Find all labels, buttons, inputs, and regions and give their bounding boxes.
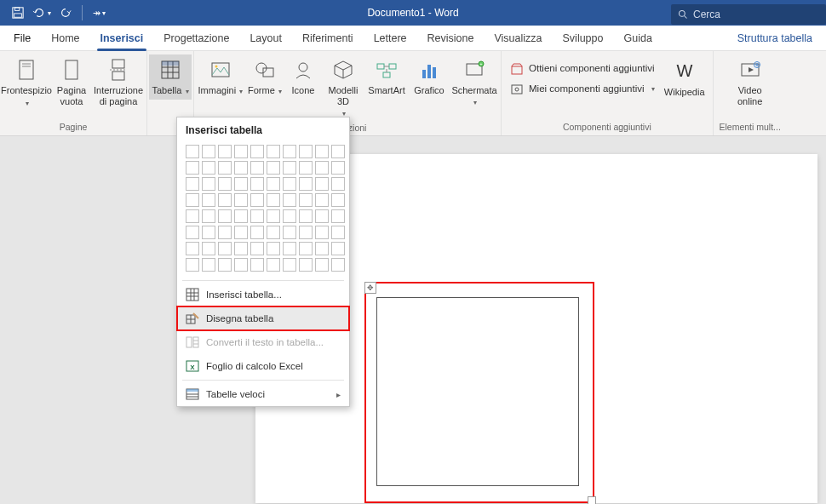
grid-cell[interactable]	[267, 161, 280, 175]
screenshot-button[interactable]: + Schermata ▾	[450, 54, 499, 110]
grid-cell[interactable]	[299, 161, 313, 175]
excel-spreadsheet-item[interactable]: X Foglio di calcolo Excel	[177, 354, 349, 378]
grid-cell[interactable]	[283, 177, 296, 191]
page-break-button[interactable]: Interruzione di pagina	[92, 54, 145, 110]
grid-cell[interactable]	[234, 226, 248, 239]
grid-cell[interactable]	[331, 209, 345, 223]
grid-cell[interactable]	[299, 226, 313, 239]
draw-table-item[interactable]: Disegna tabella	[177, 306, 349, 330]
grid-cell[interactable]	[315, 145, 329, 158]
grid-cell[interactable]	[315, 226, 329, 239]
images-button[interactable]: Immagini ▾	[196, 54, 245, 100]
grid-cell[interactable]	[234, 161, 248, 175]
grid-cell[interactable]	[250, 145, 264, 158]
redo-button[interactable]	[54, 0, 77, 26]
tab-file[interactable]: File	[3, 26, 41, 51]
grid-cell[interactable]	[202, 177, 215, 191]
grid-cell[interactable]	[331, 226, 345, 239]
grid-cell[interactable]	[218, 145, 232, 158]
grid-cell[interactable]	[315, 258, 329, 272]
tab-view[interactable]: Visualizza	[484, 26, 552, 51]
grid-cell[interactable]	[283, 258, 296, 272]
tab-insert[interactable]: Inserisci	[90, 26, 154, 51]
grid-cell[interactable]	[218, 177, 232, 191]
search-box[interactable]: Cerca	[671, 4, 826, 25]
blank-page-button[interactable]: Pagina vuota	[51, 54, 92, 110]
tab-help[interactable]: Guida	[613, 26, 662, 51]
tab-mailings[interactable]: Lettere	[364, 26, 417, 51]
grid-cell[interactable]	[283, 242, 296, 255]
grid-cell[interactable]	[186, 258, 199, 272]
grid-cell[interactable]	[186, 209, 199, 223]
grid-cell[interactable]	[267, 193, 280, 207]
grid-cell[interactable]	[218, 242, 232, 255]
grid-cell[interactable]	[218, 258, 232, 272]
table-resize-handle[interactable]	[588, 496, 596, 504]
grid-cell[interactable]	[331, 145, 345, 158]
grid-cell[interactable]	[267, 226, 280, 239]
grid-cell[interactable]	[299, 177, 313, 191]
grid-cell[interactable]	[202, 193, 215, 207]
tab-design[interactable]: Progettazione	[153, 26, 239, 51]
grid-cell[interactable]	[283, 161, 296, 175]
icons-button[interactable]: Icone	[284, 54, 322, 100]
grid-cell[interactable]	[250, 209, 264, 223]
grid-cell[interactable]	[218, 161, 232, 175]
shapes-button[interactable]: Forme ▾	[245, 54, 284, 100]
grid-cell[interactable]	[202, 226, 215, 239]
grid-cell[interactable]	[299, 145, 313, 158]
grid-cell[interactable]	[315, 177, 329, 191]
grid-cell[interactable]	[234, 177, 248, 191]
undo-button[interactable]: ▾	[31, 0, 53, 26]
drawn-table-cell[interactable]	[376, 297, 579, 486]
grid-cell[interactable]	[218, 193, 232, 207]
grid-cell[interactable]	[202, 258, 215, 272]
insert-table-item[interactable]: Inserisci tabella...	[177, 283, 349, 306]
grid-cell[interactable]	[267, 145, 280, 158]
qat-more-button[interactable]: ↠ ▾	[88, 0, 110, 26]
grid-cell[interactable]	[218, 209, 232, 223]
grid-cell[interactable]	[315, 209, 329, 223]
grid-cell[interactable]	[331, 177, 345, 191]
grid-cell[interactable]	[250, 161, 264, 175]
grid-cell[interactable]	[331, 242, 345, 255]
get-addins-button[interactable]: Ottieni componenti aggiuntivi	[505, 60, 660, 78]
grid-cell[interactable]	[315, 193, 329, 207]
grid-cell[interactable]	[186, 226, 199, 239]
table-size-grid[interactable]	[177, 141, 349, 278]
grid-cell[interactable]	[283, 145, 296, 158]
grid-cell[interactable]	[315, 242, 329, 255]
smartart-button[interactable]: SmartArt	[364, 54, 409, 100]
wikipedia-button[interactable]: W Wikipedia	[660, 56, 709, 101]
grid-cell[interactable]	[218, 226, 232, 239]
grid-cell[interactable]	[283, 193, 296, 207]
grid-cell[interactable]	[299, 193, 313, 207]
models3d-button[interactable]: Modelli 3D▾	[322, 54, 364, 121]
grid-cell[interactable]	[267, 177, 280, 191]
table-move-handle[interactable]: ✥	[364, 282, 376, 294]
grid-cell[interactable]	[283, 226, 296, 239]
grid-cell[interactable]	[202, 145, 215, 158]
grid-cell[interactable]	[234, 145, 248, 158]
grid-cell[interactable]	[267, 242, 280, 255]
grid-cell[interactable]	[250, 177, 264, 191]
grid-cell[interactable]	[250, 258, 264, 272]
grid-cell[interactable]	[315, 161, 329, 175]
grid-cell[interactable]	[267, 209, 280, 223]
grid-cell[interactable]	[331, 161, 345, 175]
grid-cell[interactable]	[283, 209, 296, 223]
grid-cell[interactable]	[186, 145, 199, 158]
tab-table-tools[interactable]: Struttura tabella	[727, 26, 823, 51]
grid-cell[interactable]	[186, 193, 199, 207]
grid-cell[interactable]	[250, 193, 264, 207]
grid-cell[interactable]	[202, 209, 215, 223]
cover-page-button[interactable]: Frontespizio▾	[2, 54, 51, 111]
save-button[interactable]	[7, 0, 29, 26]
grid-cell[interactable]	[299, 242, 313, 255]
grid-cell[interactable]	[186, 242, 199, 255]
online-video-button[interactable]: Video online	[715, 54, 785, 110]
grid-cell[interactable]	[186, 177, 199, 191]
grid-cell[interactable]	[202, 242, 215, 255]
my-addins-button[interactable]: Miei componenti aggiuntivi▾	[505, 80, 660, 99]
grid-cell[interactable]	[250, 226, 264, 239]
